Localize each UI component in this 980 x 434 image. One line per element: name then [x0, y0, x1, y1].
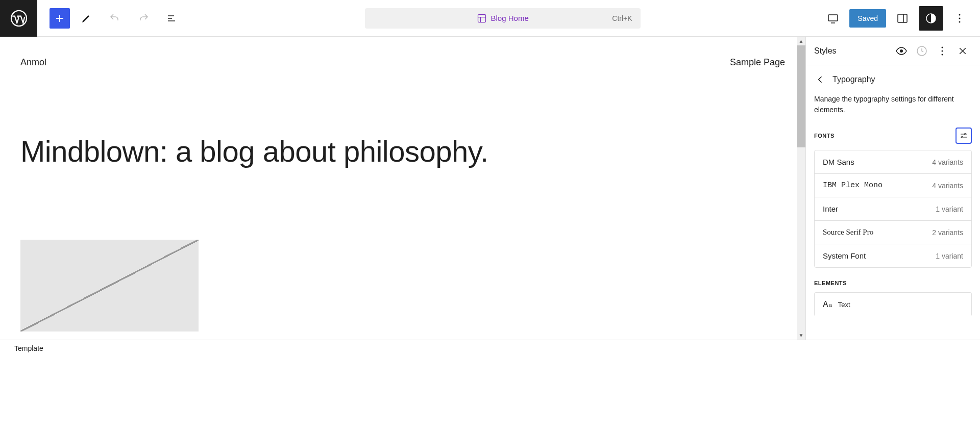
elements-list: AaText	[814, 292, 972, 316]
style-book-button[interactable]	[892, 42, 911, 60]
svg-point-14	[962, 137, 963, 138]
font-variants: 1 variant	[936, 205, 963, 213]
options-button[interactable]	[947, 6, 972, 31]
document-title: Blog Home	[477, 13, 529, 23]
editor-canvas[interactable]: Anmol Sample Page Mindblown: a blog abou…	[0, 37, 805, 340]
svg-point-7	[959, 21, 961, 22]
revisions-button[interactable]	[913, 42, 931, 60]
undo-button[interactable]	[103, 6, 127, 31]
wordpress-icon	[10, 9, 28, 28]
close-icon	[958, 46, 968, 56]
scrollbar-thumb[interactable]	[797, 45, 805, 147]
svg-point-12	[942, 54, 943, 55]
panel-title: Typography	[832, 75, 875, 84]
font-name: Source Serif Pro	[823, 228, 873, 237]
list-view-icon	[166, 12, 178, 24]
sidebar-more-button[interactable]	[933, 42, 951, 60]
sliders-icon	[959, 131, 968, 140]
svg-point-10	[942, 46, 943, 48]
close-sidebar-button[interactable]	[953, 42, 972, 60]
toolbar-left-group	[37, 6, 184, 31]
more-vertical-icon	[953, 12, 966, 24]
featured-image-placeholder[interactable]	[20, 240, 199, 331]
font-variants: 2 variants	[932, 228, 963, 237]
toolbar-right-group: Saved	[821, 6, 980, 31]
element-label: Text	[838, 301, 850, 309]
font-variants: 1 variant	[936, 252, 963, 260]
svg-point-11	[942, 50, 943, 52]
site-title[interactable]: Anmol	[20, 57, 46, 68]
svg-point-13	[965, 134, 966, 135]
svg-rect-3	[898, 14, 907, 22]
layout-icon	[477, 13, 487, 23]
canvas-scrollbar[interactable]: ▲ ▼	[797, 37, 805, 340]
svg-rect-1	[478, 14, 485, 22]
save-button[interactable]: Saved	[849, 9, 886, 28]
breadcrumb[interactable]: Template	[14, 344, 43, 352]
font-variants: 4 variants	[932, 158, 963, 166]
toolbar-center: Blog Home Ctrl+K	[184, 8, 821, 29]
document-title-text: Blog Home	[491, 14, 529, 22]
sidebar-icon	[896, 12, 909, 24]
element-item[interactable]: AaText	[815, 293, 971, 316]
eye-icon	[895, 45, 908, 57]
redo-button[interactable]	[131, 6, 156, 31]
top-toolbar: Blog Home Ctrl+K Saved	[0, 0, 980, 37]
desktop-icon	[827, 12, 839, 24]
document-bar[interactable]: Blog Home Ctrl+K	[365, 8, 641, 29]
history-icon	[916, 45, 928, 57]
svg-point-6	[959, 17, 961, 19]
scroll-down-arrow[interactable]: ▼	[797, 331, 805, 340]
sidebar-title: Styles	[814, 46, 837, 56]
pencil-icon	[80, 12, 92, 24]
font-name: Inter	[823, 205, 838, 213]
font-variants: 4 variants	[932, 182, 963, 190]
nav-link-sample[interactable]: Sample Page	[730, 57, 785, 68]
tools-button[interactable]	[74, 6, 99, 31]
sidebar-header: Styles	[806, 37, 980, 65]
plus-icon	[54, 12, 66, 24]
elements-section-label: ELEMENTS	[814, 280, 847, 286]
scroll-up-arrow[interactable]: ▲	[797, 37, 805, 45]
text-icon: Aa	[823, 300, 832, 309]
command-shortcut: Ctrl+K	[612, 14, 632, 22]
settings-sidebar-button[interactable]	[890, 6, 915, 31]
font-settings-button[interactable]	[955, 127, 972, 144]
font-name: IBM Plex Mono	[823, 181, 883, 190]
sidebar-header-actions	[892, 42, 972, 60]
font-name: System Font	[823, 251, 866, 260]
document-overview-button[interactable]	[160, 6, 184, 31]
fonts-section-label: FONTS	[814, 133, 835, 139]
svg-rect-2	[828, 15, 838, 21]
styles-sidebar: Styles Typography Mana	[805, 37, 980, 340]
wp-logo-button[interactable]	[0, 0, 37, 37]
back-button[interactable]	[814, 73, 826, 86]
site-header: Anmol Sample Page	[20, 57, 785, 68]
styles-icon	[925, 12, 937, 24]
font-item[interactable]: Inter1 variant	[815, 197, 971, 221]
font-item[interactable]: Source Serif Pro2 variants	[815, 221, 971, 244]
main-area: Anmol Sample Page Mindblown: a blog abou…	[0, 37, 980, 340]
fonts-section-header: FONTS	[806, 127, 980, 150]
undo-icon	[109, 12, 121, 24]
font-list: DM Sans4 variantsIBM Plex Mono4 variants…	[814, 150, 972, 268]
more-vertical-icon	[936, 45, 948, 57]
redo-icon	[137, 12, 150, 24]
editor-footer: Template	[0, 340, 980, 356]
panel-description: Manage the typography settings for diffe…	[806, 94, 980, 127]
page-heading[interactable]: Mindblown: a blog about philosophy.	[20, 134, 785, 168]
font-item[interactable]: System Font1 variant	[815, 244, 971, 267]
chevron-left-icon	[815, 74, 825, 85]
font-item[interactable]: DM Sans4 variants	[815, 150, 971, 174]
view-button[interactable]	[821, 6, 845, 31]
elements-section-header: ELEMENTS	[806, 268, 980, 292]
editor-canvas-wrap: Anmol Sample Page Mindblown: a blog abou…	[0, 37, 805, 340]
styles-button[interactable]	[919, 6, 943, 31]
svg-point-5	[959, 14, 961, 15]
font-item[interactable]: IBM Plex Mono4 variants	[815, 174, 971, 197]
add-block-button[interactable]	[50, 8, 70, 29]
sidebar-nav: Typography	[806, 65, 980, 94]
font-name: DM Sans	[823, 158, 854, 166]
svg-point-8	[900, 49, 903, 53]
